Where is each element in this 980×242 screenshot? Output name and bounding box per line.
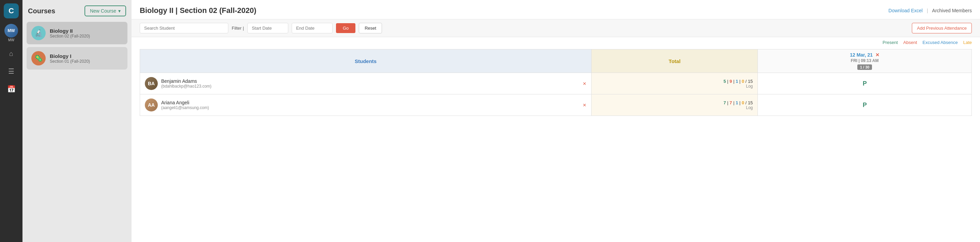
course-icon-bio1: 🦠: [31, 51, 46, 65]
score-absent: 9: [730, 79, 732, 84]
course-item-bio2[interactable]: 🔬 Biology II Section 02 (Fall-2020): [27, 22, 127, 44]
student-name: Benjamin Adams: [161, 78, 212, 84]
total-cell: 7 | 7 | 1 | 0 / 15 Log: [592, 94, 758, 116]
attendance-cell[interactable]: P: [758, 73, 972, 94]
student-email: (aangeli1@samsung.com): [161, 105, 209, 110]
table-row: AA Ariana Angeli (aangeli1@samsung.com) …: [140, 94, 972, 116]
table-row: BA Benjamin Adams (bdahlbackp@hao123.com…: [140, 73, 972, 94]
total-scores: 7 | 7 | 1 | 0 / 15: [596, 100, 753, 105]
total-scores: 5 | 9 | 1 | 0 / 15: [596, 79, 753, 84]
sidebar: C MW MW ⌂ ☰ 📅: [0, 0, 22, 242]
go-button[interactable]: Go: [336, 23, 355, 33]
main-content: Biology II | Section 02 (Fall-2020) Down…: [132, 0, 980, 242]
chevron-down-icon: ▾: [118, 8, 121, 14]
filter-bar: Filter | Go Reset Add Previous Attendanc…: [132, 19, 980, 37]
score-late: 0: [742, 79, 744, 84]
courses-panel: Courses New Course ▾ 🔬 Biology II Sectio…: [22, 0, 132, 242]
legend-late: Late: [963, 40, 972, 45]
table-area: Students Total 12 Mar, 21 ✕ FRI | 09:13 …: [132, 46, 980, 242]
student-remove-icon[interactable]: ✕: [583, 103, 586, 108]
add-previous-attendance-button[interactable]: Add Previous Attendance: [912, 23, 972, 33]
calendar-icon[interactable]: 📅: [5, 83, 18, 95]
col-header-students: Students: [140, 49, 592, 73]
course-name-bio1: Biology I: [50, 53, 90, 59]
score-present: 5: [724, 79, 726, 84]
course-item-bio1[interactable]: 🦠 Biology I Section 01 (Fall-2020): [27, 47, 127, 70]
search-input[interactable]: [140, 23, 228, 33]
col-header-total: Total: [592, 49, 758, 73]
student-avatar: AA: [145, 99, 158, 111]
course-section-bio1: Section 01 (Fall-2020): [50, 59, 90, 64]
top-bar: Biology II | Section 02 (Fall-2020) Down…: [132, 0, 980, 19]
filter-label: Filter |: [232, 25, 244, 31]
legend-bar: Present Absent Excused Absence Late: [132, 37, 980, 46]
legend-present: Present: [883, 40, 898, 45]
attendance-value: P: [863, 102, 867, 108]
user-initials: MW: [8, 38, 14, 42]
app-logo[interactable]: C: [4, 3, 19, 18]
log-link[interactable]: Log: [596, 84, 753, 89]
legend-excused: Excused Absence: [923, 40, 958, 45]
total-cell: 5 | 9 | 1 | 0 / 15 Log: [592, 73, 758, 94]
date-count-badge: 1 / 30: [858, 64, 872, 70]
reset-button[interactable]: Reset: [359, 23, 382, 33]
start-date-input[interactable]: [247, 23, 288, 33]
download-excel-link[interactable]: Download Excel: [888, 8, 923, 13]
attendance-value: P: [863, 80, 867, 87]
date-remove-icon[interactable]: ✕: [875, 52, 880, 57]
score-absent: 7: [730, 100, 732, 105]
log-link[interactable]: Log: [596, 105, 753, 110]
home-icon[interactable]: ⌂: [5, 48, 18, 60]
page-title: Biology II | Section 02 (Fall-2020): [140, 6, 256, 15]
top-bar-actions: Download Excel | Archived Members: [888, 8, 972, 13]
courses-title: Courses: [28, 7, 55, 15]
attendance-table: Students Total 12 Mar, 21 ✕ FRI | 09:13 …: [140, 49, 972, 116]
divider: |: [927, 8, 928, 13]
score-present: 7: [724, 100, 726, 105]
end-date-input[interactable]: [292, 23, 332, 33]
archived-members-link[interactable]: Archived Members: [932, 8, 972, 13]
avatar[interactable]: MW: [5, 24, 18, 38]
attendance-cell[interactable]: P: [758, 94, 972, 116]
student-remove-icon[interactable]: ✕: [583, 81, 586, 86]
legend-absent: Absent: [903, 40, 917, 45]
course-icon-bio2: 🔬: [31, 26, 46, 40]
date-day-time: FRI | 09:13 AM: [761, 58, 968, 63]
student-email: (bdahlbackp@hao123.com): [161, 84, 212, 89]
score-late: 0: [742, 100, 744, 105]
student-avatar: BA: [145, 77, 158, 90]
col-header-date: 12 Mar, 21 ✕ FRI | 09:13 AM 1 / 30: [758, 49, 972, 73]
student-cell: AA Ariana Angeli (aangeli1@samsung.com) …: [140, 94, 591, 116]
courses-header: Courses New Course ▾: [27, 5, 127, 16]
list-icon[interactable]: ☰: [5, 65, 18, 77]
new-course-button[interactable]: New Course ▾: [84, 5, 126, 16]
course-section-bio2: Section 02 (Fall-2020): [50, 34, 90, 38]
score-excused: 1: [736, 100, 738, 105]
date-label: 12 Mar, 21: [850, 52, 873, 57]
student-name: Ariana Angeli: [161, 100, 209, 105]
course-name-bio2: Biology II: [50, 28, 90, 34]
user-avatar-section: MW MW: [5, 24, 18, 42]
score-excused: 1: [736, 79, 738, 84]
student-cell: BA Benjamin Adams (bdahlbackp@hao123.com…: [140, 73, 591, 94]
